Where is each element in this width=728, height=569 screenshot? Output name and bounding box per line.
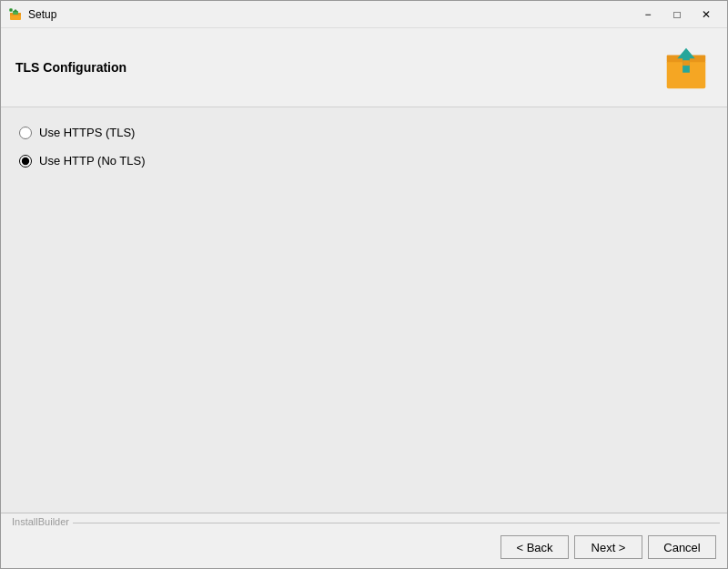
restore-button[interactable]: □ xyxy=(663,5,691,25)
setup-window: Setup − □ ✕ TLS Configuration Use HTTPS … xyxy=(0,0,728,569)
buttons-row: < Back Next > Cancel xyxy=(1,528,727,568)
header-icon xyxy=(660,41,713,94)
content-area: Use HTTPS (TLS) Use HTTP (No TLS) xyxy=(1,107,727,513)
title-bar-controls: − □ ✕ xyxy=(634,5,720,25)
installbuilder-label: InstallBuilder xyxy=(8,516,73,527)
close-button[interactable]: ✕ xyxy=(693,5,720,25)
footer-divider xyxy=(73,523,720,523)
page-title: TLS Configuration xyxy=(15,60,126,75)
app-icon xyxy=(8,7,23,22)
svg-rect-9 xyxy=(682,60,690,66)
installbuilder-row: InstallBuilder xyxy=(1,513,727,528)
back-button[interactable]: < Back xyxy=(500,535,569,559)
svg-marker-3 xyxy=(13,9,18,12)
header-area: TLS Configuration xyxy=(1,28,727,107)
footer-section: InstallBuilder < Back Next > Cancel xyxy=(1,513,727,568)
title-bar-left: Setup xyxy=(8,7,56,22)
next-button[interactable]: Next > xyxy=(574,535,642,559)
svg-point-5 xyxy=(10,9,12,11)
http-label: Use HTTP (No TLS) xyxy=(39,154,146,168)
http-radio[interactable] xyxy=(19,155,32,168)
minimize-button[interactable]: − xyxy=(634,5,662,25)
cancel-button[interactable]: Cancel xyxy=(648,535,716,559)
window-title: Setup xyxy=(28,8,56,21)
https-option[interactable]: Use HTTPS (TLS) xyxy=(19,126,709,139)
http-option[interactable]: Use HTTP (No TLS) xyxy=(19,154,709,168)
title-bar: Setup − □ ✕ xyxy=(1,1,727,28)
https-radio[interactable] xyxy=(19,127,32,139)
https-label: Use HTTPS (TLS) xyxy=(39,126,135,139)
